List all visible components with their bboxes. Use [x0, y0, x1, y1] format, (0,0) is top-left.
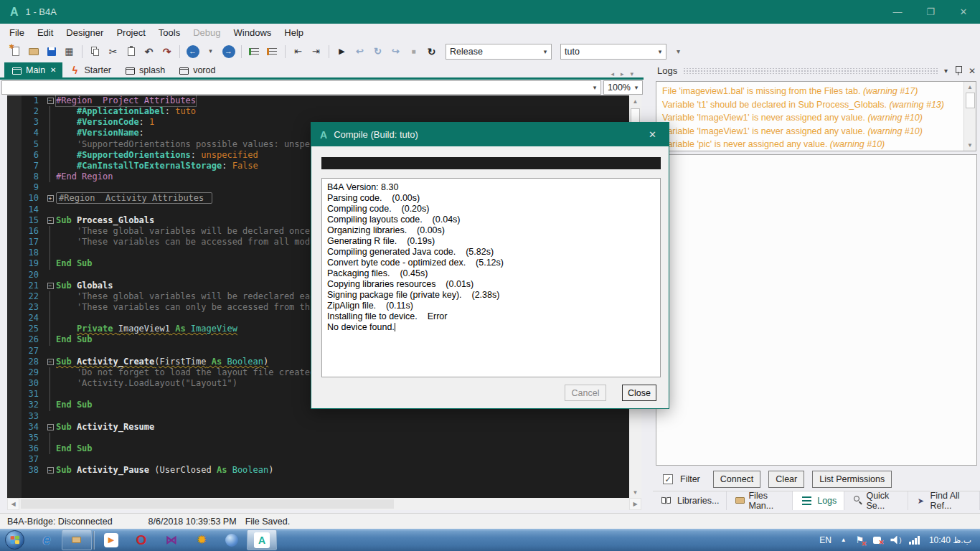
tab-starter[interactable]: ϟStarter — [62, 62, 118, 77]
menu-item-edit[interactable]: Edit — [31, 25, 60, 40]
fold-toggle-icon[interactable]: − — [44, 95, 56, 106]
editor-horizontal-scrollbar[interactable]: ◀ ▶ — [7, 498, 641, 510]
scroll-right-icon[interactable]: ▶ — [629, 498, 641, 510]
save-button[interactable] — [43, 43, 60, 60]
indent-button[interactable]: ⇥ — [308, 43, 324, 60]
editor-zoom-dropdown[interactable]: 100% ▾ — [603, 80, 643, 95]
scroll-down-icon[interactable]: ▼ — [629, 486, 641, 498]
tab-scroll-right-icon[interactable]: ▸ — [621, 70, 624, 77]
warning-log-item[interactable]: Variable 'ImageView1' is never assigned … — [662, 111, 963, 125]
tab-list-dropdown-icon[interactable]: ▾ — [630, 70, 633, 77]
menu-item-designer[interactable]: Designer — [60, 25, 110, 40]
dialog-close-icon[interactable]: ✕ — [636, 123, 669, 146]
comment-button[interactable] — [246, 43, 263, 60]
fold-toggle-icon[interactable]: − — [44, 357, 56, 367]
code-line[interactable]: 1−#Region Project Attributes — [7, 95, 629, 106]
media-player-icon[interactable]: ▶ — [96, 529, 126, 550]
warnings-scrollbar[interactable]: ▲ ▼ — [963, 82, 976, 151]
scroll-left-icon[interactable]: ◀ — [7, 498, 19, 510]
close-button[interactable]: ✕ — [947, 0, 980, 24]
outdent-button[interactable]: ⇤ — [290, 43, 306, 60]
stop-button[interactable]: ■ — [405, 43, 422, 60]
code-line[interactable]: 35 — [7, 433, 629, 443]
panel-dropdown-icon[interactable]: ▾ — [944, 67, 948, 75]
dialog-close-button[interactable]: Close — [622, 385, 656, 401]
paste-button[interactable] — [123, 43, 139, 60]
warning-log-item[interactable]: File 'imageview1.bal' is missing from th… — [662, 85, 963, 98]
menu-item-windows[interactable]: Windows — [227, 25, 278, 40]
filter-checkbox[interactable]: ✓ — [663, 474, 673, 484]
clear-button[interactable]: Clear — [768, 471, 804, 488]
opera-icon[interactable]: O — [126, 529, 156, 550]
build-target-dropdown[interactable]: tuto ▾ — [560, 44, 666, 60]
code-line[interactable]: 37 — [7, 454, 629, 465]
tool-tab-files-man-[interactable]: Files Man... — [727, 491, 793, 510]
build-configuration-dropdown[interactable]: Release ▾ — [446, 44, 552, 60]
menu-item-project[interactable]: Project — [110, 25, 151, 40]
navigate-back-button[interactable]: ← — [184, 43, 201, 60]
toolbar-overflow-icon[interactable]: ▾ — [677, 47, 680, 55]
tab-vorod[interactable]: vorod — [171, 62, 222, 77]
taskbar-clock[interactable]: ب.ظ 10:40 — [929, 535, 971, 545]
connect-button[interactable]: Connect — [713, 471, 761, 488]
warning-log-item[interactable]: Variable 'ImageView1' is never assigned … — [662, 125, 963, 138]
minimize-button[interactable]: — — [881, 0, 914, 24]
tab-close-icon[interactable]: ✕ — [50, 66, 56, 74]
fold-toggle-icon[interactable]: − — [44, 422, 56, 433]
member-navigator-dropdown[interactable]: ▾ — [1, 80, 601, 95]
star-app-icon[interactable]: ✹ — [187, 529, 217, 550]
back-history-dropdown-button[interactable]: ▾ — [202, 43, 219, 60]
restore-button[interactable]: ❐ — [914, 0, 947, 24]
scrollbar-thumb[interactable] — [966, 93, 975, 108]
menu-item-tools[interactable]: Tools — [152, 25, 187, 40]
file-explorer-icon[interactable] — [62, 529, 92, 550]
undo-button[interactable]: ↶ — [141, 43, 157, 60]
scroll-up-icon[interactable]: ▲ — [629, 95, 641, 107]
fold-toggle-icon[interactable]: − — [44, 465, 56, 476]
fold-toggle-icon[interactable]: − — [44, 215, 56, 226]
new-project-button[interactable]: ✱ — [7, 43, 24, 60]
code-line[interactable]: 33 — [7, 411, 629, 422]
scroll-up-icon[interactable]: ▲ — [967, 82, 973, 93]
menu-item-file[interactable]: File — [3, 25, 31, 40]
run-button[interactable]: ▶ — [334, 43, 350, 60]
panel-close-icon[interactable]: ✕ — [969, 66, 976, 76]
speaker-icon[interactable]: ) — [890, 536, 900, 545]
uncomment-button[interactable] — [264, 43, 281, 60]
start-button[interactable] — [5, 530, 24, 550]
cut-button[interactable]: ✂ — [105, 43, 121, 60]
action-center-flag-icon[interactable]: ⚑✕ — [856, 534, 864, 545]
tool-tab-quick-se-[interactable]: Quick Se... — [844, 491, 908, 510]
scrollbar-thumb[interactable] — [21, 499, 394, 509]
tab-splash[interactable]: splash — [118, 62, 171, 77]
copy-button[interactable] — [87, 43, 103, 60]
tool-tab-libraries-[interactable]: Libraries... — [653, 491, 727, 510]
tab-main[interactable]: Main✕ — [4, 62, 62, 77]
browser-orb-icon[interactable] — [217, 529, 247, 550]
restart-button[interactable]: ↻ — [423, 43, 440, 60]
code-line[interactable]: 38−Sub Activity_Pause (UserClosed As Boo… — [7, 465, 629, 476]
pin-icon[interactable] — [955, 66, 961, 75]
warning-log-item[interactable]: Variable 't1' should be declared in Sub … — [662, 98, 963, 112]
redo-button[interactable]: ↷ — [159, 43, 175, 60]
navigate-forward-button[interactable]: → — [220, 43, 237, 60]
tab-scroll-left-icon[interactable]: ◂ — [611, 70, 614, 77]
step-over-button[interactable]: ↻ — [369, 43, 386, 60]
step-into-button[interactable]: ↩ — [352, 43, 368, 60]
warning-log-item[interactable]: Variable 'pic' is never assigned any val… — [662, 138, 963, 151]
fold-toggle-icon[interactable]: − — [44, 281, 56, 291]
step-out-button[interactable]: ↪ — [387, 43, 404, 60]
code-line[interactable]: 2 #ApplicationLabel: tuto — [7, 106, 629, 117]
scroll-down-icon[interactable]: ▼ — [967, 140, 973, 151]
menu-item-help[interactable]: Help — [278, 25, 310, 40]
list-permissions-button[interactable]: List Permissions — [812, 471, 892, 488]
signal-strength-icon[interactable] — [909, 536, 920, 545]
open-project-button[interactable] — [25, 43, 42, 60]
tool-tab-find-all-ref-[interactable]: ➤Find All Ref... — [908, 491, 980, 510]
panel-drag-grip[interactable] — [683, 68, 938, 74]
hidden-icons-arrow[interactable]: ▲ — [841, 537, 847, 543]
internet-explorer-icon[interactable]: e — [32, 529, 62, 550]
b4a-app-icon[interactable]: A — [247, 529, 277, 550]
mx-player-icon[interactable]: ⋈ — [156, 529, 187, 550]
modules-button[interactable]: ▦ — [61, 43, 77, 60]
